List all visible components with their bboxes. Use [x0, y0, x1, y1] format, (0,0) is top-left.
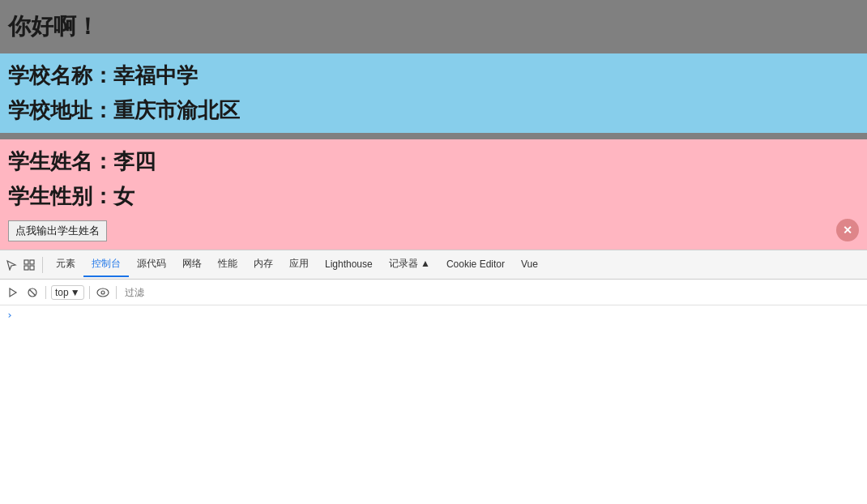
- school-section: 学校名称：幸福中学 学校地址：重庆市渝北区: [0, 53, 867, 133]
- devtools-icon-group: [3, 257, 43, 273]
- close-icon[interactable]: ✕: [836, 219, 859, 241]
- output-name-button[interactable]: 点我输出学生姓名: [8, 220, 107, 241]
- tab-recorder[interactable]: 记录器 ▲: [381, 252, 438, 277]
- tab-network[interactable]: 网络: [174, 252, 210, 277]
- tab-performance[interactable]: 性能: [210, 252, 246, 277]
- divider: [0, 133, 867, 139]
- svg-line-6: [29, 289, 36, 296]
- svg-rect-1: [30, 260, 34, 264]
- school-name-text: 学校名称：幸福中学: [8, 62, 859, 90]
- svg-rect-0: [24, 260, 28, 264]
- devtools-toolbar: top ▼: [0, 280, 867, 305]
- svg-rect-3: [30, 266, 34, 270]
- devtools-tabs-bar: 元素 控制台 源代码 网络 性能 内存 应用 Lighthouse 记录器 ▲ …: [0, 250, 867, 280]
- play-icon[interactable]: [5, 284, 21, 301]
- tab-cookie-editor[interactable]: Cookie Editor: [438, 254, 513, 276]
- tab-elements[interactable]: 元素: [48, 252, 83, 277]
- devtools-panel: 元素 控制台 源代码 网络 性能 内存 应用 Lighthouse 记录器 ▲ …: [0, 250, 867, 395]
- header-section: 你好啊！: [0, 0, 867, 53]
- block-icon[interactable]: [24, 284, 41, 301]
- tab-sources[interactable]: 源代码: [129, 252, 174, 277]
- tab-memory[interactable]: 内存: [246, 252, 281, 277]
- console-content: ›: [0, 305, 867, 395]
- tab-vue[interactable]: Vue: [513, 254, 546, 276]
- main-content: 你好啊！ 学校名称：幸福中学 学校地址：重庆市渝北区 学生姓名：李四 学生性别：…: [0, 0, 867, 250]
- separator-1: [45, 286, 46, 299]
- school-address-text: 学校地址：重庆市渝北区: [8, 96, 859, 125]
- tab-application[interactable]: 应用: [281, 252, 317, 277]
- eye-icon[interactable]: [95, 284, 111, 301]
- greeting-text: 你好啊！: [8, 11, 859, 42]
- svg-marker-4: [10, 288, 16, 297]
- student-gender-text: 学生性别：女: [8, 182, 859, 211]
- svg-rect-2: [24, 266, 28, 270]
- student-name-text: 学生姓名：李四: [8, 147, 859, 176]
- chevron-down-icon: ▼: [70, 287, 80, 298]
- close-x-symbol: ✕: [843, 224, 852, 236]
- separator-2: [89, 286, 90, 299]
- separator-3: [116, 286, 117, 299]
- inspect-icon[interactable]: [21, 257, 37, 273]
- prompt-arrow: ›: [6, 309, 13, 321]
- tab-lighthouse[interactable]: Lighthouse: [317, 254, 381, 276]
- filter-input[interactable]: [125, 287, 862, 298]
- svg-point-8: [101, 291, 105, 294]
- context-label: top: [55, 287, 69, 298]
- cursor-icon[interactable]: [3, 257, 19, 273]
- context-dropdown[interactable]: top ▼: [51, 285, 84, 300]
- student-section: 学生姓名：李四 学生性别：女 点我输出学生姓名 ✕: [0, 139, 867, 250]
- console-prompt-line: ›: [6, 309, 861, 321]
- svg-point-7: [97, 288, 109, 297]
- tab-console[interactable]: 控制台: [83, 252, 129, 277]
